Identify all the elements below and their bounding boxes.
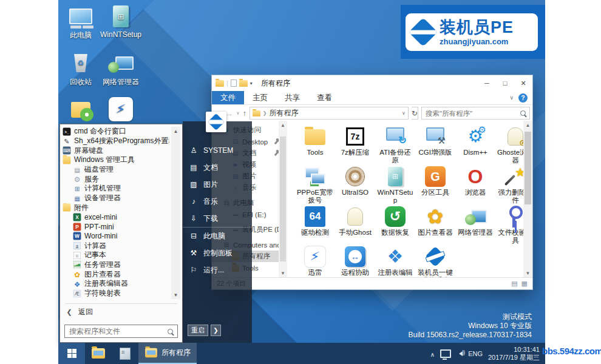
back-button[interactable]: 返回	[60, 306, 182, 318]
search-icon[interactable]	[168, 329, 173, 334]
overlay-menu-item[interactable]: 运行...	[183, 261, 252, 278]
scroll-up-icon[interactable]: ▲	[523, 121, 532, 129]
start-menu-item[interactable]: 任务管理器	[63, 260, 169, 270]
taskbar-task-all-programs[interactable]: 所有程序	[138, 343, 197, 364]
file-icon[interactable]	[231, 79, 237, 87]
overlay-menu-item[interactable]: 此电脑	[183, 228, 252, 244]
volume-tray-icon[interactable]	[457, 351, 463, 356]
app-item[interactable]: Dism++	[456, 125, 495, 165]
restart-button[interactable]: 重启	[188, 325, 208, 336]
thumbnails-view-icon[interactable]: ▦	[521, 280, 528, 288]
search-icon[interactable]	[520, 110, 526, 116]
forward-arrow-icon[interactable]: →	[226, 109, 233, 118]
start-menu-item[interactable]: 图片查看器	[63, 269, 169, 279]
app-item[interactable]: 数据恢复	[376, 205, 415, 245]
scroll-up-icon[interactable]: ▲	[279, 121, 287, 129]
address-bar[interactable]: ❯ 所有程序 ∨	[250, 107, 409, 120]
ribbon-tab[interactable]: 共享	[276, 91, 308, 104]
details-view-icon[interactable]: ▤	[511, 280, 517, 288]
start-menu-item[interactable]: 字符映射表	[63, 289, 169, 298]
network-tray-icon[interactable]	[440, 349, 451, 358]
app-item[interactable]: PPPoE宽带拨号	[296, 165, 334, 205]
help-icon[interactable]: ?	[518, 93, 528, 103]
start-menu-item[interactable]: cmd 命令行窗口	[63, 127, 169, 136]
desktop-icon[interactable]: 回收站	[61, 50, 101, 97]
start-menu-item[interactable]: 注册表编辑器	[63, 279, 169, 289]
scroll-down-icon[interactable]: ▼	[523, 269, 532, 277]
start-menu-item[interactable]: Windows 管理工具	[63, 155, 169, 165]
ribbon-expand-chevron-icon[interactable]: ∨	[509, 95, 514, 101]
start-menu-item[interactable]: 附件	[63, 203, 169, 213]
start-menu-search-box[interactable]	[64, 325, 178, 338]
overlay-menu-item[interactable]: 文档	[183, 159, 252, 176]
overlay-menu-item[interactable]: 音乐	[183, 193, 252, 210]
start-menu-item[interactable]: PPT-mini	[63, 222, 169, 232]
content-scrollbar[interactable]: ▲ ▼	[523, 121, 532, 277]
start-menu-item[interactable]: 设备管理器	[63, 194, 169, 203]
scroll-down-icon[interactable]: ▼	[171, 291, 180, 299]
desktop-icon[interactable]: 网络管理器	[101, 50, 141, 97]
start-menu-item[interactable]: Sh_x64搜索PePrograms外置程序	[63, 136, 169, 146]
overlay-menu-item[interactable]: 控制面板	[183, 244, 252, 261]
maximize-button[interactable]: □	[496, 76, 514, 91]
explorer-search-box[interactable]	[421, 107, 530, 120]
close-button[interactable]: ✕	[514, 76, 532, 91]
taskbar-notepad-button[interactable]	[112, 343, 138, 364]
taskbar-clock[interactable]: 10:31:41 2017/7/19 星期三	[488, 346, 540, 362]
desktop-icon[interactable]: 此电脑	[61, 4, 101, 50]
scroll-up-icon[interactable]: ▲	[171, 127, 180, 135]
overlay-menu-item[interactable]: SYSTEM	[183, 142, 252, 159]
refresh-icon[interactable]: ↻	[412, 107, 418, 120]
start-menu-item[interactable]: 计算机管理	[63, 184, 169, 194]
start-menu-item[interactable]: 计算器	[63, 241, 169, 251]
start-button[interactable]	[58, 343, 85, 364]
start-menu-search-input[interactable]	[68, 326, 168, 336]
start-menu-item[interactable]: 磁盘管理	[63, 165, 169, 175]
ribbon-tab[interactable]: 主页	[244, 91, 276, 104]
app-item[interactable]: 迅雷	[296, 245, 334, 277]
app-item[interactable]: 装机员一键重装系统	[416, 245, 455, 277]
overlay-menu-item[interactable]: 下载	[183, 210, 252, 228]
app-item[interactable]: 文件校验工具	[496, 205, 523, 245]
app-item[interactable]: 注册表编辑器	[376, 245, 415, 277]
app-item[interactable]: UltraISO	[336, 165, 375, 205]
overlay-menu-item[interactable]: 图片	[183, 176, 252, 193]
restart-options-chevron-icon[interactable]	[211, 325, 221, 336]
start-menu-item[interactable]: Word-mini	[63, 232, 169, 241]
app-item[interactable]: 图片查看器	[416, 205, 455, 245]
folder-icon[interactable]	[239, 80, 248, 87]
language-indicator[interactable]: ENG	[468, 350, 483, 357]
app-item[interactable]: 浏览器	[456, 165, 495, 205]
desktop-icon[interactable]: WinNTSetup	[101, 4, 141, 50]
app-item[interactable]: WinNTSetup	[376, 165, 415, 205]
recent-locations-chevron-icon[interactable]: ∨	[236, 110, 240, 116]
start-menu-item[interactable]: 服务	[63, 174, 169, 184]
scrollbar-thumb[interactable]	[525, 132, 531, 204]
app-item[interactable]: 远程协助	[336, 245, 375, 277]
chevron-down-icon[interactable]: ▾	[250, 81, 253, 86]
app-item[interactable]: Ghoste浏览器	[496, 125, 523, 165]
sidebar-scrollbar[interactable]: ▲ ▼	[279, 121, 287, 277]
start-menu-scrollbar[interactable]: ▲ ▼	[171, 127, 180, 299]
breadcrumb[interactable]: 所有程序	[270, 108, 299, 118]
scroll-down-icon[interactable]: ▼	[279, 269, 287, 277]
taskbar-file-explorer-button[interactable]	[85, 343, 112, 364]
up-arrow-icon[interactable]: ↑	[243, 109, 246, 118]
app-item[interactable]: ATI备份还原	[376, 125, 415, 165]
start-menu-item[interactable]: 记事本	[63, 251, 169, 260]
app-item[interactable]: 网络管理器	[456, 205, 495, 245]
explorer-titlebar[interactable]: | ▾ 所有程序 ─ □ ✕	[212, 75, 532, 91]
app-item[interactable]: CGI增强版	[416, 125, 455, 165]
ribbon-tab[interactable]: 文件	[212, 91, 244, 104]
explorer-search-input[interactable]	[424, 109, 520, 118]
ribbon-tab[interactable]: 查看	[308, 91, 341, 104]
app-item[interactable]: Tools	[296, 125, 334, 165]
tray-expand-chevron-icon[interactable]	[430, 348, 435, 359]
address-dropdown-chevron-icon[interactable]: ∨	[402, 110, 406, 116]
app-item[interactable]: 分区工具	[416, 165, 455, 205]
start-menu-item[interactable]: excel-mini	[63, 212, 169, 222]
app-item[interactable]: 手动Ghost	[336, 205, 375, 245]
start-menu-item[interactable]: 屏幕键盘	[63, 146, 169, 155]
scrollbar-thumb[interactable]	[280, 136, 286, 261]
app-item[interactable]: 7z解压缩	[336, 125, 375, 165]
